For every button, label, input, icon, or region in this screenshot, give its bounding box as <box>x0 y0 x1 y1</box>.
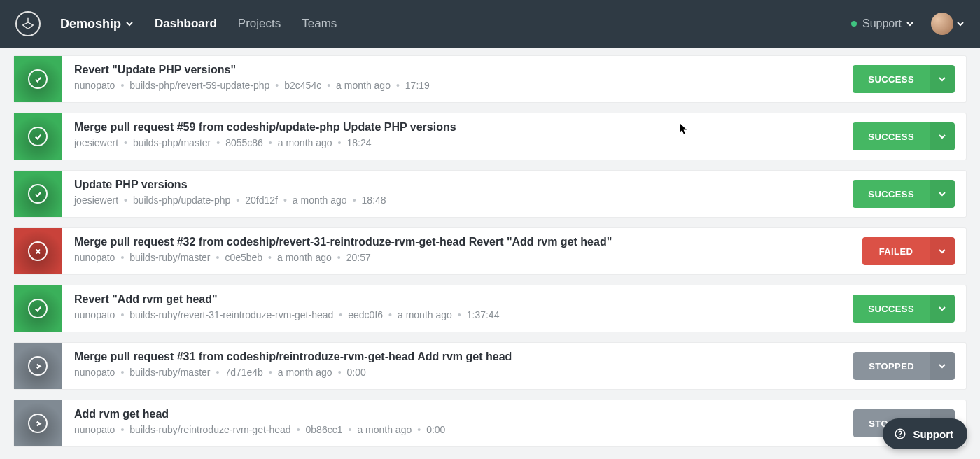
build-title[interactable]: Update PHP versions <box>74 178 840 191</box>
build-actions: SUCCESS <box>853 56 966 102</box>
build-time: a month ago <box>277 252 332 263</box>
build-row[interactable]: Merge pull request #32 from codeship/rev… <box>14 228 966 274</box>
build-duration: 0:00 <box>347 367 366 378</box>
arrow-right-icon <box>28 356 48 376</box>
build-branch[interactable]: builds-ruby/revert-31-reintroduze-rvm-ge… <box>130 309 333 320</box>
build-branch[interactable]: builds-ruby/master <box>130 367 210 378</box>
support-chevron-down-icon <box>906 20 914 28</box>
nav-teams[interactable]: Teams <box>302 17 337 31</box>
check-icon <box>28 184 48 204</box>
build-time: a month ago <box>278 137 332 148</box>
build-author[interactable]: joesiewert <box>74 137 118 148</box>
build-row[interactable]: Revert "Add rvm get head"nunopato•builds… <box>14 285 966 332</box>
build-author[interactable]: nunopato <box>74 367 115 378</box>
nav-projects[interactable]: Projects <box>238 17 281 31</box>
build-actions: SUCCESS <box>853 171 966 217</box>
build-status-thumb <box>14 400 62 446</box>
status-button[interactable]: SUCCESS <box>853 65 930 93</box>
user-avatar[interactable] <box>931 13 953 35</box>
check-icon <box>28 127 48 146</box>
svg-point-1 <box>899 436 901 437</box>
build-sha[interactable]: 8055c86 <box>225 137 263 148</box>
build-title[interactable]: Revert "Add rvm get head" <box>74 293 840 306</box>
status-button[interactable]: STOPPED <box>853 352 930 380</box>
question-icon <box>894 428 906 440</box>
status-dropdown-button[interactable] <box>930 237 955 265</box>
chevron-down-icon <box>938 304 946 313</box>
status-button[interactable]: SUCCESS <box>853 122 930 150</box>
build-status-thumb <box>14 343 62 389</box>
build-body: Update PHP versionsjoesiewert•builds-php… <box>62 171 853 217</box>
top-nav: Demoship Dashboard Projects Teams Suppor… <box>0 0 980 48</box>
build-sha[interactable]: 0b86cc1 <box>306 424 343 435</box>
build-author[interactable]: joesiewert <box>74 195 118 206</box>
build-duration: 17:19 <box>405 80 430 91</box>
build-status-thumb <box>14 285 62 332</box>
nav-support[interactable]: Support <box>851 17 914 30</box>
build-meta: joesiewert•builds-php/master•8055c86•a m… <box>74 137 840 148</box>
build-status-thumb <box>14 113 62 160</box>
build-meta: nunopato•builds-ruby/reintroduze-rvm-get… <box>74 424 841 435</box>
build-row[interactable]: Update PHP versionsjoesiewert•builds-php… <box>14 171 966 217</box>
build-author[interactable]: nunopato <box>74 309 115 320</box>
logo-icon[interactable] <box>15 11 41 36</box>
build-author[interactable]: nunopato <box>74 424 115 435</box>
build-time: a month ago <box>357 424 412 435</box>
check-icon <box>28 69 48 89</box>
build-sha[interactable]: c0e5beb <box>225 252 262 263</box>
build-branch[interactable]: builds-php/revert-59-update-php <box>130 80 270 91</box>
build-meta: joesiewert•builds-php/update-php•20fd12f… <box>74 195 840 206</box>
build-body: Merge pull request #59 from codeship/upd… <box>62 113 853 160</box>
build-author[interactable]: nunopato <box>74 80 115 91</box>
x-icon <box>28 241 48 261</box>
build-meta: nunopato•builds-ruby/revert-31-reintrodu… <box>74 309 840 320</box>
build-title[interactable]: Merge pull request #32 from codeship/rev… <box>74 236 850 248</box>
build-sha[interactable]: 20fd12f <box>245 195 278 206</box>
build-duration: 20:57 <box>346 252 371 263</box>
status-button[interactable]: SUCCESS <box>853 180 930 208</box>
support-widget[interactable]: Support <box>883 418 968 449</box>
build-time: a month ago <box>398 309 452 320</box>
build-title[interactable]: Revert "Update PHP versions" <box>74 64 840 76</box>
build-title[interactable]: Add rvm get head <box>74 408 841 421</box>
build-sha[interactable]: eedc0f6 <box>348 309 383 320</box>
chevron-down-icon <box>938 190 946 198</box>
build-author[interactable]: nunopato <box>74 252 115 263</box>
status-dropdown-button[interactable] <box>930 352 955 380</box>
avatar-chevron-down-icon[interactable] <box>956 20 965 28</box>
arrow-right-icon <box>28 414 48 433</box>
build-row[interactable]: Revert "Update PHP versions"nunopato•bui… <box>14 56 966 102</box>
build-branch[interactable]: builds-ruby/reintroduze-rvm-get-head <box>130 424 290 435</box>
nav-dashboard[interactable]: Dashboard <box>155 17 217 31</box>
build-list: Revert "Update PHP versions"nunopato•bui… <box>0 48 980 446</box>
build-branch[interactable]: builds-php/master <box>133 137 211 148</box>
status-button[interactable]: SUCCESS <box>853 295 930 323</box>
check-icon <box>28 299 48 318</box>
status-dropdown-button[interactable] <box>930 295 955 323</box>
chevron-down-icon <box>938 75 946 83</box>
build-time: a month ago <box>278 367 332 378</box>
build-body: Merge pull request #31 from codeship/rei… <box>62 343 853 389</box>
status-dropdown-button[interactable] <box>930 122 955 150</box>
build-duration: 18:48 <box>362 195 386 206</box>
build-row[interactable]: Merge pull request #31 from codeship/rei… <box>14 343 966 389</box>
build-body: Add rvm get headnunopato•builds-ruby/rei… <box>62 400 853 446</box>
build-row[interactable]: Add rvm get headnunopato•builds-ruby/rei… <box>14 400 966 446</box>
build-sha[interactable]: b2c454c <box>284 80 321 91</box>
chevron-down-icon <box>938 247 946 255</box>
build-title[interactable]: Merge pull request #59 from codeship/upd… <box>74 121 840 134</box>
status-dropdown-button[interactable] <box>930 65 955 93</box>
build-actions: FAILED <box>862 228 966 274</box>
build-body: Revert "Update PHP versions"nunopato•bui… <box>62 56 853 102</box>
build-meta: nunopato•builds-ruby/master•7d71e4b•a mo… <box>74 367 841 378</box>
org-name[interactable]: Demoship <box>60 17 121 31</box>
org-chevron-down-icon[interactable] <box>125 20 134 28</box>
status-dropdown-button[interactable] <box>930 180 955 208</box>
build-sha[interactable]: 7d71e4b <box>225 367 263 378</box>
build-title[interactable]: Merge pull request #31 from codeship/rei… <box>74 351 841 363</box>
build-status-thumb <box>14 228 62 274</box>
build-branch[interactable]: builds-php/update-php <box>133 195 230 206</box>
build-branch[interactable]: builds-ruby/master <box>130 252 210 263</box>
status-button[interactable]: FAILED <box>862 237 930 265</box>
build-row[interactable]: Merge pull request #59 from codeship/upd… <box>14 113 966 160</box>
